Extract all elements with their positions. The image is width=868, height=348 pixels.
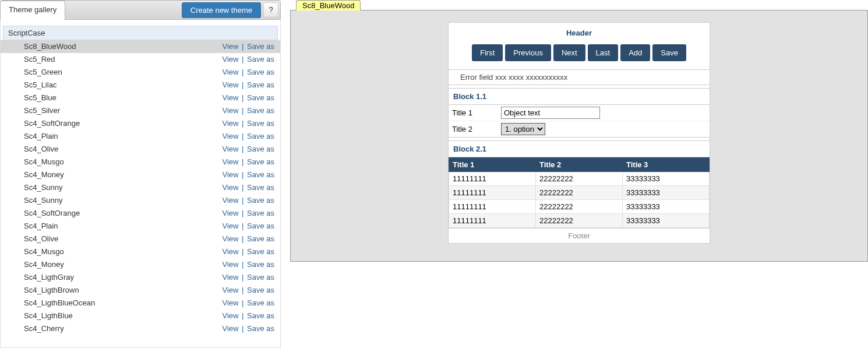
view-link[interactable]: View bbox=[222, 145, 238, 153]
theme-actions: View | Save as bbox=[222, 42, 274, 51]
theme-row[interactable]: Sc4_LigthBrownView | Save as bbox=[1, 284, 280, 297]
view-link[interactable]: View bbox=[222, 55, 238, 64]
view-link[interactable]: View bbox=[222, 170, 238, 179]
separator: | bbox=[238, 68, 247, 76]
create-theme-button[interactable]: Create new theme bbox=[182, 2, 261, 18]
save-as-link[interactable]: Save as bbox=[247, 170, 274, 179]
view-link[interactable]: View bbox=[222, 324, 238, 333]
theme-actions: View | Save as bbox=[222, 93, 274, 103]
theme-row[interactable]: Sc4_LigthGrayView | Save as bbox=[1, 271, 280, 284]
view-link[interactable]: View bbox=[222, 196, 238, 205]
theme-actions: View | Save as bbox=[222, 106, 274, 115]
view-link[interactable]: View bbox=[222, 260, 238, 269]
view-link[interactable]: View bbox=[222, 42, 238, 51]
save-as-link[interactable]: Save as bbox=[247, 42, 274, 51]
view-link[interactable]: View bbox=[222, 157, 238, 166]
theme-name: Sc4_Plain bbox=[24, 132, 222, 141]
save-as-link[interactable]: Save as bbox=[247, 132, 274, 140]
help-button[interactable]: ? bbox=[263, 2, 278, 17]
view-link[interactable]: View bbox=[222, 93, 238, 102]
save-as-link[interactable]: Save as bbox=[247, 157, 274, 166]
theme-row[interactable]: Sc4_LigthBlueOceanView | Save as bbox=[1, 297, 280, 310]
view-link[interactable]: View bbox=[222, 234, 238, 243]
save-as-link[interactable]: Save as bbox=[247, 106, 274, 115]
save-as-link[interactable]: Save as bbox=[247, 324, 274, 333]
theme-name: Sc4_SoftOrange bbox=[24, 119, 222, 128]
save-as-link[interactable]: Save as bbox=[247, 145, 274, 153]
save-as-link[interactable]: Save as bbox=[247, 298, 274, 307]
theme-row[interactable]: Sc5_SilverView | Save as bbox=[1, 104, 280, 117]
theme-row[interactable]: Sc4_OliveView | Save as bbox=[1, 143, 280, 156]
view-link[interactable]: View bbox=[222, 80, 238, 89]
view-link[interactable]: View bbox=[222, 119, 238, 128]
last-button[interactable]: Last bbox=[588, 44, 619, 61]
save-as-link[interactable]: Save as bbox=[247, 209, 274, 217]
theme-actions: View | Save as bbox=[222, 80, 274, 90]
theme-row[interactable]: Sc4_SunnyView | Save as bbox=[1, 181, 280, 194]
theme-row[interactable]: Sc4_MoneyView | Save as bbox=[1, 168, 280, 181]
theme-row[interactable]: Sc4_SunnyView | Save as bbox=[1, 194, 280, 207]
theme-row[interactable]: Sc5_BlueView | Save as bbox=[1, 92, 280, 104]
theme-row[interactable]: Sc4_MusgoView | Save as bbox=[1, 245, 280, 258]
theme-row[interactable]: Sc5_GreenView | Save as bbox=[1, 66, 280, 79]
select-input[interactable]: 1. option bbox=[501, 123, 545, 135]
add-button[interactable]: Add bbox=[620, 44, 650, 61]
save-as-link[interactable]: Save as bbox=[247, 247, 274, 256]
view-link[interactable]: View bbox=[222, 273, 238, 282]
theme-row[interactable]: Sc4_MusgoView | Save as bbox=[1, 156, 280, 168]
theme-actions: View | Save as bbox=[222, 260, 274, 269]
field-row: Title 1 bbox=[449, 105, 710, 121]
text-input[interactable] bbox=[501, 107, 600, 119]
next-button[interactable]: Next bbox=[553, 44, 585, 61]
view-link[interactable]: View bbox=[222, 247, 238, 256]
theme-list-container[interactable]: ScriptCase Sc8_BlueWoodView | Save asSc5… bbox=[0, 20, 281, 348]
save-as-link[interactable]: Save as bbox=[247, 68, 274, 76]
save-as-link[interactable]: Save as bbox=[247, 196, 274, 205]
save-as-link[interactable]: Save as bbox=[247, 80, 274, 89]
view-link[interactable]: View bbox=[222, 298, 238, 307]
preview-tab[interactable]: Sc8_BlueWood bbox=[296, 0, 361, 10]
theme-row[interactable]: Sc4_PlainView | Save as bbox=[1, 130, 280, 143]
theme-row[interactable]: Sc4_OliveView | Save as bbox=[1, 233, 280, 245]
view-link[interactable]: View bbox=[222, 106, 238, 115]
block2-title: Block 2.1 bbox=[449, 141, 710, 157]
view-link[interactable]: View bbox=[222, 183, 238, 192]
theme-row[interactable]: Sc4_SoftOrangeView | Save as bbox=[1, 207, 280, 220]
theme-actions: View | Save as bbox=[222, 170, 274, 180]
view-link[interactable]: View bbox=[222, 286, 238, 294]
save-as-link[interactable]: Save as bbox=[247, 183, 274, 192]
theme-row[interactable]: Sc4_MoneyView | Save as bbox=[1, 258, 280, 271]
view-link[interactable]: View bbox=[222, 68, 238, 76]
theme-group-header[interactable]: ScriptCase bbox=[3, 26, 278, 40]
theme-row[interactable]: Sc4_CherryView | Save as bbox=[1, 322, 280, 335]
view-link[interactable]: View bbox=[222, 311, 238, 320]
save-as-link[interactable]: Save as bbox=[247, 311, 274, 320]
theme-row[interactable]: Sc5_LilacView | Save as bbox=[1, 79, 280, 92]
theme-name: Sc4_Olive bbox=[24, 234, 222, 244]
tab-theme-gallery[interactable]: Theme gallery bbox=[0, 1, 65, 20]
save-as-link[interactable]: Save as bbox=[247, 119, 274, 128]
view-link[interactable]: View bbox=[222, 209, 238, 217]
first-button[interactable]: First bbox=[472, 44, 503, 61]
separator: | bbox=[238, 209, 247, 217]
save-as-link[interactable]: Save as bbox=[247, 222, 274, 230]
view-link[interactable]: View bbox=[222, 132, 238, 140]
save-as-link[interactable]: Save as bbox=[247, 93, 274, 102]
previous-button[interactable]: Previous bbox=[505, 44, 551, 61]
save-as-link[interactable]: Save as bbox=[247, 55, 274, 64]
theme-name: Sc4_Cherry bbox=[24, 324, 222, 333]
theme-row[interactable]: Sc4_PlainView | Save as bbox=[1, 220, 280, 233]
save-as-link[interactable]: Save as bbox=[247, 234, 274, 243]
theme-row[interactable]: Sc5_RedView | Save as bbox=[1, 53, 280, 66]
theme-row[interactable]: Sc4_LigthBlueView | Save as bbox=[1, 310, 280, 322]
save-button[interactable]: Save bbox=[652, 44, 686, 61]
save-as-link[interactable]: Save as bbox=[247, 273, 274, 282]
theme-name: Sc4_LigthBrown bbox=[24, 286, 222, 295]
app-root: Theme gallery Create new theme ? ScriptC… bbox=[0, 0, 868, 348]
save-as-link[interactable]: Save as bbox=[247, 286, 274, 294]
view-link[interactable]: View bbox=[222, 222, 238, 230]
save-as-link[interactable]: Save as bbox=[247, 260, 274, 269]
theme-row[interactable]: Sc8_BlueWoodView | Save as bbox=[1, 40, 280, 53]
theme-row[interactable]: Sc4_SoftOrangeView | Save as bbox=[1, 117, 280, 130]
separator: | bbox=[238, 106, 247, 115]
